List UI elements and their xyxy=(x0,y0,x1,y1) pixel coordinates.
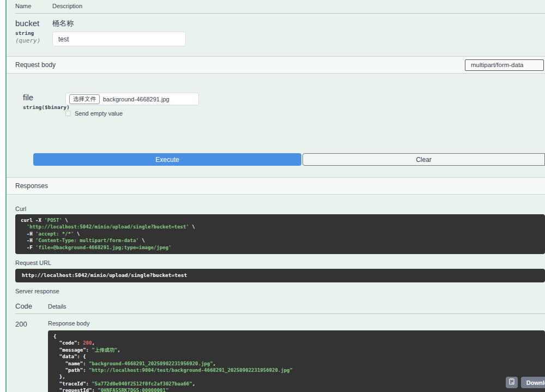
download-button[interactable]: Download xyxy=(521,377,545,388)
file-input[interactable]: 选择文件 background-4668291.jpg xyxy=(65,93,199,105)
parameter-description: 桶名称 xyxy=(52,19,186,28)
responses-header: Responses xyxy=(7,177,545,195)
parameters-table-header: Name Description xyxy=(15,0,545,14)
status-code: 200 xyxy=(15,320,48,392)
curl-label: Curl xyxy=(15,206,545,212)
request-body-header: Request body multipart/form-data xyxy=(7,56,545,74)
request-url-block: http://localhost:5042/minio/upload/singl… xyxy=(15,269,545,282)
choose-file-button[interactable]: 选择文件 xyxy=(69,94,100,104)
chosen-file-name: background-4668291.jpg xyxy=(103,96,169,102)
file-parameter-row: file string($binary) 选择文件 background-466… xyxy=(23,93,545,117)
details-column-header: Details xyxy=(48,303,66,310)
parameter-name-cell: bucket string (query) xyxy=(15,19,52,46)
file-parameter-controls: 选择文件 background-4668291.jpg Send empty v… xyxy=(65,93,545,117)
response-body-block: { "code": 200, "message": "上传成功", "data"… xyxy=(48,330,545,392)
bucket-input[interactable]: test xyxy=(52,32,186,46)
parameters-description-header: Description xyxy=(52,3,82,9)
clipboard-icon xyxy=(508,378,515,387)
file-parameter-name-cell: file string($binary) xyxy=(23,93,65,117)
response-details-cell: Response body { "code": 200, "message": … xyxy=(48,320,545,392)
clear-button[interactable]: Clear xyxy=(302,153,545,166)
parameter-row: bucket string (query) 桶名称 test xyxy=(15,14,545,56)
send-empty-value-label: Send empty value xyxy=(75,110,123,117)
request-body-title: Request body xyxy=(15,61,56,69)
responses-section: Curl curl -X 'POST' \ 'http://localhost:… xyxy=(7,206,545,392)
response-row: 200 Response body { "code": 200, "messag… xyxy=(15,314,545,392)
send-empty-value-row: Send empty value xyxy=(65,110,545,117)
post-operation-block: Name Description bucket string (query) 桶… xyxy=(5,0,545,392)
parameter-description-cell: 桶名称 test xyxy=(52,19,186,46)
content-type-select[interactable]: multipart/form-data xyxy=(465,59,544,71)
request-url-value: http://localhost:5042/minio/upload/singl… xyxy=(22,272,187,279)
parameters-name-header: Name xyxy=(15,3,52,9)
responses-title: Responses xyxy=(15,182,48,190)
parameter-name: bucket xyxy=(15,19,52,28)
server-response-label: Server response xyxy=(15,288,545,294)
curl-command-block: curl -X 'POST' \ 'http://localhost:5042/… xyxy=(15,214,545,254)
parameter-type: string xyxy=(15,30,52,36)
parameter-location: (query) xyxy=(15,37,52,44)
execute-button[interactable]: Execute xyxy=(33,153,301,166)
file-parameter-name: file xyxy=(23,93,65,102)
response-table-header: Code Details xyxy=(15,302,545,314)
parameters-section: Name Description bucket string (query) 桶… xyxy=(7,0,545,56)
send-empty-value-checkbox[interactable] xyxy=(65,111,71,116)
file-parameter-type: string($binary) xyxy=(23,104,65,110)
code-column-header: Code xyxy=(15,302,48,310)
copy-response-button[interactable] xyxy=(506,377,518,388)
response-body-label: Response body xyxy=(48,320,545,327)
request-url-label: Request URL xyxy=(15,260,545,266)
request-body-section: file string($binary) 选择文件 background-466… xyxy=(7,74,545,166)
action-buttons-row: Execute Clear xyxy=(33,153,545,166)
